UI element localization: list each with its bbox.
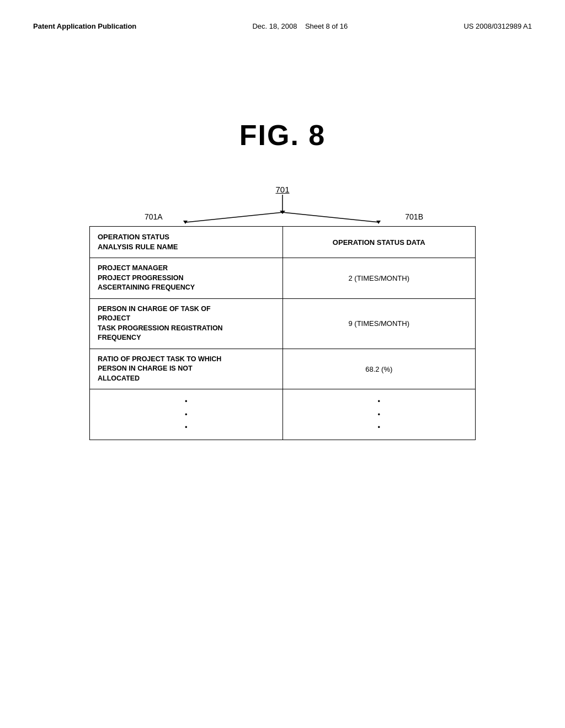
left-header-text: OPERATION STATUSANALYSIS RULE NAME: [98, 233, 178, 251]
row-dots-right: •••: [282, 389, 476, 440]
table-row: PERSON IN CHARGE OF TASK OFPROJECTTASK P…: [90, 298, 476, 349]
row-dots-left: •••: [90, 389, 283, 440]
header-date-sheet: Dec. 18, 2008 Sheet 8 of 16: [252, 22, 348, 30]
header-date: Dec. 18, 2008: [252, 22, 297, 30]
header-sheet: Sheet 8 of 16: [305, 22, 348, 30]
svg-line-2: [186, 212, 282, 222]
header-patent-number: US 2008/0312989 A1: [463, 22, 532, 30]
svg-line-3: [282, 212, 379, 222]
row3-right: 68.2 (%): [282, 349, 476, 389]
data-table: OPERATION STATUSANALYSIS RULE NAME OPERA…: [89, 226, 476, 440]
page-header: Patent Application Publication Dec. 18, …: [33, 22, 532, 30]
row1-right: 2 (TIMES/MONTH): [282, 258, 476, 299]
header-publication-label: Patent Application Publication: [33, 22, 136, 30]
row3-left: RATIO OF PROJECT TASK TO WHICHPERSON IN …: [90, 349, 283, 389]
col-right-header: OPERATION STATUS DATA: [282, 227, 476, 258]
diagram-area: 701 701A 701B: [89, 185, 476, 440]
ref-701A-label: 701A: [145, 212, 163, 221]
figure-title: FIG. 8: [33, 119, 532, 152]
table-header-row: OPERATION STATUSANALYSIS RULE NAME OPERA…: [90, 227, 476, 258]
page-container: Patent Application Publication Dec. 18, …: [0, 0, 565, 728]
col-left-header: OPERATION STATUSANALYSIS RULE NAME: [90, 227, 283, 258]
reference-numbers-area: 701 701A 701B: [89, 185, 476, 226]
ref-701B-label: 701B: [405, 212, 423, 221]
right-header-text: OPERATION STATUS DATA: [333, 238, 425, 247]
table-row: PROJECT MANAGERPROJECT PROGRESSIONASCERT…: [90, 258, 476, 299]
row2-left: PERSON IN CHARGE OF TASK OFPROJECTTASK P…: [90, 298, 283, 349]
row2-right: 9 (TIMES/MONTH): [282, 298, 476, 349]
table-row-dots: ••• •••: [90, 389, 476, 440]
table-row: RATIO OF PROJECT TASK TO WHICHPERSON IN …: [90, 349, 476, 389]
row1-left: PROJECT MANAGERPROJECT PROGRESSIONASCERT…: [90, 258, 283, 299]
